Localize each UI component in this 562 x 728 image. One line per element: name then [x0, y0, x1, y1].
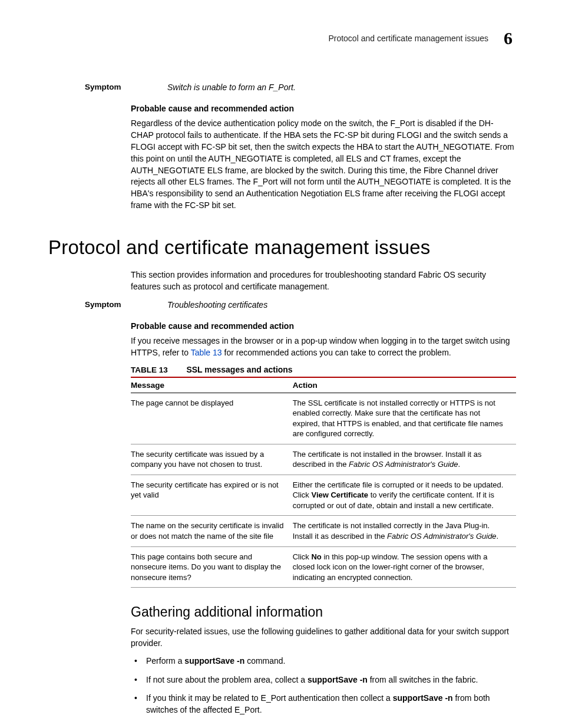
action-cell: The SSL certificate is not installed cor… — [293, 393, 516, 444]
msg-cell: The name on the security certificate is … — [131, 516, 293, 546]
table-row: The name on the security certificate is … — [131, 516, 516, 546]
table-caption: TABLE 13 SSL messages and actions — [131, 365, 516, 374]
symptom-body: Probable cause and recommended action Re… — [131, 104, 516, 212]
list-item: If not sure about the problem area, coll… — [131, 674, 516, 686]
section-intro: This section provides information and pr… — [131, 269, 516, 293]
symptom-row: Symptom Switch is unable to form an F_Po… — [48, 83, 516, 92]
table-row: The security certificate was issued by a… — [131, 444, 516, 475]
table-label: TABLE 13 — [131, 365, 168, 374]
subsection-title: Gathering additional information — [131, 604, 516, 620]
probable-cause-heading: Probable cause and recommended action — [131, 321, 516, 331]
action-cell: Either the certificate file is corrupted… — [293, 475, 516, 516]
symptom-label: Symptom — [48, 83, 167, 92]
page: Protocol and certificate management issu… — [0, 0, 562, 728]
chapter-number: 6 — [504, 28, 513, 48]
table-title: SSL messages and actions — [186, 365, 292, 374]
symptom-row: Symptom Troubleshooting certificates — [48, 300, 516, 309]
msg-cell: This page contains both secure and nonse… — [131, 546, 293, 588]
list-item: If you think it may be related to E_Port… — [131, 693, 516, 716]
running-title: Protocol and certificate management issu… — [328, 34, 488, 43]
msg-cell: The security certificate has expired or … — [131, 475, 293, 516]
section-intro-text: This section provides information and pr… — [131, 269, 516, 293]
running-header: Protocol and certificate management issu… — [48, 28, 516, 48]
table-xref[interactable]: Table 13 — [191, 348, 222, 357]
section-title: Protocol and certificate management issu… — [48, 236, 516, 259]
table-row: This page contains both secure and nonse… — [131, 546, 516, 588]
col-header-action: Action — [293, 377, 516, 393]
table-row: The security certificate has expired or … — [131, 475, 516, 516]
symptom-paragraph: If you receive messages in the browser o… — [131, 335, 516, 359]
symptom-text: Troubleshooting certificates — [167, 300, 516, 309]
col-header-message: Message — [131, 377, 293, 393]
msg-cell: The page cannot be displayed — [131, 393, 293, 444]
table-row: The page cannot be displayed The SSL cer… — [131, 393, 516, 444]
symptom-label: Symptom — [48, 300, 167, 309]
list-item: Perform a supportSave -n command. — [131, 655, 516, 667]
bullet-list: Perform a supportSave -n command. If not… — [131, 655, 516, 716]
action-cell: The certificate is not installed in the … — [293, 444, 516, 475]
subsection-intro: For security-related issues, use the fol… — [131, 626, 516, 650]
msg-cell: The security certificate was issued by a… — [131, 444, 293, 475]
action-cell: The certificate is not installed correct… — [293, 516, 516, 546]
symptom-body: Probable cause and recommended action If… — [131, 321, 516, 716]
symptom-text: Switch is unable to form an F_Port. — [167, 83, 516, 92]
ssl-messages-table: Message Action The page cannot be displa… — [131, 377, 516, 588]
action-cell: Click No in this pop-up window. The sess… — [293, 546, 516, 588]
symptom-paragraph: Regardless of the device authentication … — [131, 118, 516, 212]
probable-cause-heading: Probable cause and recommended action — [131, 104, 516, 113]
body-post: for recommended actions you can take to … — [222, 348, 451, 357]
